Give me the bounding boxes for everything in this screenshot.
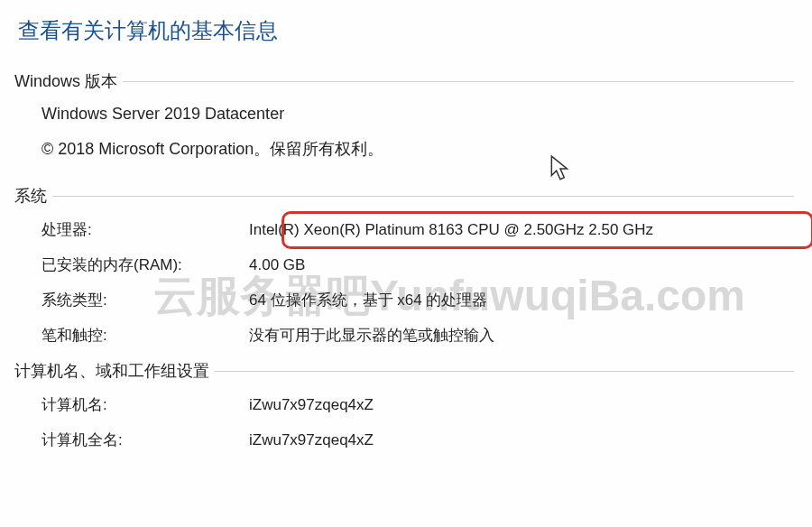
section-computer-name: 计算机名、域和工作组设置 计算机名: iZwu7x97zqeq4xZ 计算机全名… [18,360,794,450]
row-pen-touch: 笔和触控: 没有可用于此显示器的笔或触控输入 [42,325,794,346]
row-ram: 已安装的内存(RAM): 4.00 GB [42,254,794,275]
label-system-type: 系统类型: [42,290,249,310]
label-processor: 处理器: [42,219,249,240]
section-header-label: 系统 [14,185,52,207]
row-computer-name: 计算机名: iZwu7x97zqeq4xZ [42,394,794,415]
cursor-icon [550,155,570,186]
copyright: © 2018 Microsoft Corporation。保留所有权利。 [42,138,794,160]
section-system: 系统 处理器: Intel(R) Xeon(R) Platinum 8163 C… [18,185,794,346]
row-system-type: 系统类型: 64 位操作系统，基于 x64 的处理器 [42,290,794,310]
section-header-divider [215,371,794,372]
value-ram: 4.00 GB [249,256,305,274]
section-header-computer-name: 计算机名、域和工作组设置 [14,360,794,382]
value-computer-name: iZwu7x97zqeq4xZ [249,396,374,414]
value-system-type: 64 位操作系统，基于 x64 的处理器 [249,290,488,310]
section-header-label: Windows 版本 [14,70,123,92]
section-header-windows-edition: Windows 版本 [14,70,794,92]
section-header-divider [52,196,794,197]
value-computer-fullname: iZwu7x97zqeq4xZ [249,431,374,449]
os-name: Windows Server 2019 Datacenter [42,105,794,124]
label-computer-fullname: 计算机全名: [42,430,249,450]
section-windows-edition: Windows 版本 Windows Server 2019 Datacente… [18,70,794,160]
row-computer-fullname: 计算机全名: iZwu7x97zqeq4xZ [42,430,794,450]
section-header-system: 系统 [14,185,794,207]
label-computer-name: 计算机名: [42,394,249,415]
label-pen-touch: 笔和触控: [42,325,249,346]
row-processor: 处理器: Intel(R) Xeon(R) Platinum 8163 CPU … [42,219,794,240]
section-header-divider [123,81,794,82]
value-processor: Intel(R) Xeon(R) Platinum 8163 CPU @ 2.5… [249,221,653,239]
page-title: 查看有关计算机的基本信息 [18,16,794,45]
value-pen-touch: 没有可用于此显示器的笔或触控输入 [249,325,494,346]
label-ram: 已安装的内存(RAM): [42,254,249,275]
section-header-label: 计算机名、域和工作组设置 [14,360,215,382]
